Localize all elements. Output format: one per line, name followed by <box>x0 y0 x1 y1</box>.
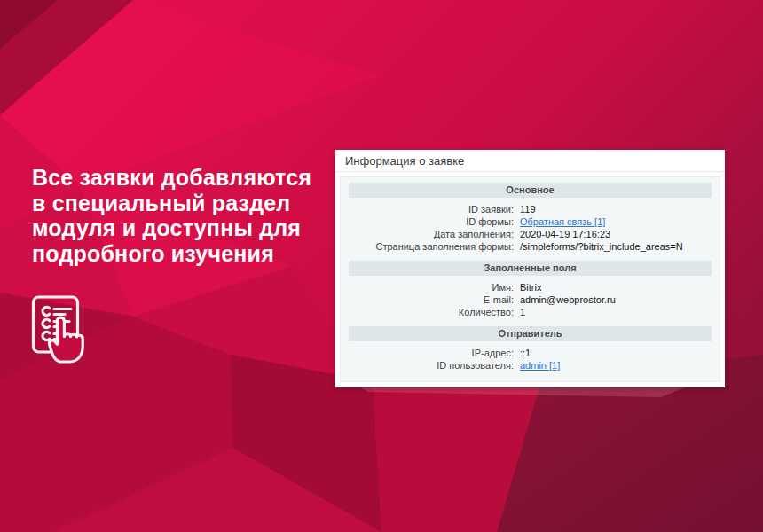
row-label: Страница заполнения формы: <box>349 240 520 253</box>
user-link[interactable]: admin [1] <box>520 359 560 372</box>
row-label: ID пользователя: <box>349 359 520 372</box>
row-value: 2020-04-19 17:16:23 <box>520 228 610 240</box>
checklist-tap-icon <box>29 293 93 365</box>
panel-body: Основное ID заявки: 119 ID формы: Обратн… <box>335 172 725 387</box>
row-value: admin@webprostor.ru <box>520 293 616 306</box>
info-row: ID формы: Обратная связь [1] <box>349 215 712 228</box>
hero-headline: Все заявки добавляются в специальный раз… <box>32 165 311 266</box>
info-row: Страница заполнения формы: /simpleforms/… <box>349 240 712 253</box>
info-row: ID пользователя: admin [1] <box>349 359 712 372</box>
row-value: /simpleforms/?bitrix_include_areas=N <box>520 240 683 253</box>
row-label: Количество: <box>349 306 520 318</box>
request-info-panel: Информация о заявке Основное ID заявки: … <box>335 150 725 387</box>
form-view-area: Основное ID заявки: 119 ID формы: Обратн… <box>340 176 720 382</box>
row-label: ID заявки: <box>349 203 520 215</box>
panel-title: Информация о заявке <box>335 150 725 172</box>
row-value: 1 <box>520 306 525 318</box>
form-link[interactable]: Обратная связь [1] <box>520 215 605 228</box>
info-row: Имя: Bitrix <box>349 281 712 293</box>
list-lines-1 <box>54 309 71 315</box>
info-row: IP-адрес: ::1 <box>349 347 712 359</box>
row-label: E-mail: <box>349 293 520 306</box>
row-label: Дата заполнения: <box>349 228 520 240</box>
section-header-fields: Заполненные поля <box>349 261 712 276</box>
row-label: IP-адрес: <box>349 347 520 359</box>
bullet-2 <box>43 319 50 327</box>
row-value: 119 <box>520 203 536 215</box>
info-row: Дата заполнения: 2020-04-19 17:16:23 <box>349 228 712 240</box>
row-value: ::1 <box>520 347 531 359</box>
bullet-3 <box>43 332 50 340</box>
hero-line: Все заявки добавляются <box>32 165 311 191</box>
hero-line: в специальный раздел <box>32 191 311 216</box>
info-row: E-mail: admin@webprostor.ru <box>349 293 712 306</box>
hero-line: подробного изучения <box>32 241 311 267</box>
row-label: ID формы: <box>349 215 520 228</box>
info-row: ID заявки: 119 <box>349 203 712 215</box>
section-header-sender: Отправитель <box>349 326 712 341</box>
info-row: Количество: 1 <box>349 306 712 318</box>
section-header-main: Основное <box>349 183 712 198</box>
bullet-1 <box>43 307 50 315</box>
hero-line: модуля и доступны для <box>32 215 311 241</box>
row-label: Имя: <box>349 281 520 293</box>
row-value: Bitrix <box>520 281 541 293</box>
